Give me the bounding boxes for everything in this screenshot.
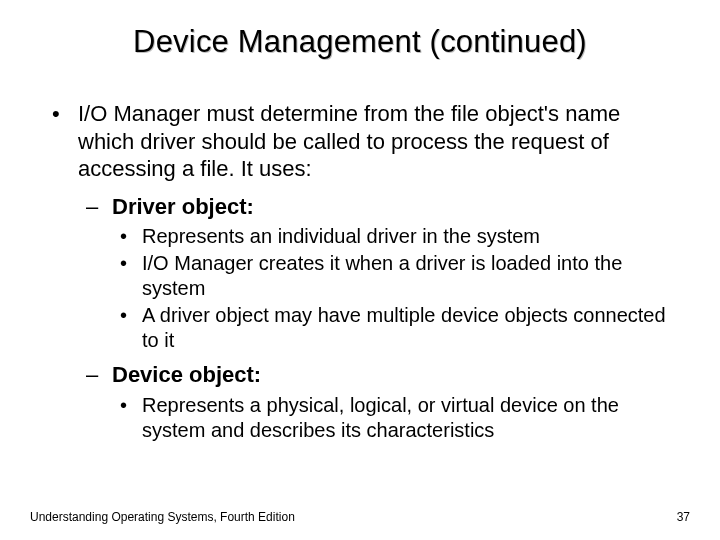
bullet-list-lvl2: Driver object: Represents an individual … — [78, 193, 672, 443]
bullet-lvl3: Represents a physical, logical, or virtu… — [112, 393, 672, 443]
bullet-lvl1-text: I/O Manager must determine from the file… — [78, 101, 620, 181]
bullet-list-lvl1: I/O Manager must determine from the file… — [48, 100, 672, 443]
bullet-lvl3: Represents an individual driver in the s… — [112, 224, 672, 249]
bullet-lvl3: I/O Manager creates it when a driver is … — [112, 251, 672, 301]
bullet-lvl1: I/O Manager must determine from the file… — [48, 100, 672, 443]
bullet-list-lvl3: Represents a physical, logical, or virtu… — [112, 393, 672, 443]
bullet-lvl2-driver: Driver object: Represents an individual … — [78, 193, 672, 354]
footer-text: Understanding Operating Systems, Fourth … — [30, 510, 295, 524]
slide-body: I/O Manager must determine from the file… — [0, 70, 720, 443]
bullet-lvl2-label: Driver object: — [112, 194, 254, 219]
slide-footer: Understanding Operating Systems, Fourth … — [30, 510, 690, 524]
bullet-lvl2-label: Device object: — [112, 362, 261, 387]
slide-title: Device Management (continued) — [0, 0, 720, 70]
bullet-lvl2-device: Device object: Represents a physical, lo… — [78, 361, 672, 443]
page-number: 37 — [677, 510, 690, 524]
bullet-lvl3: A driver object may have multiple device… — [112, 303, 672, 353]
bullet-list-lvl3: Represents an individual driver in the s… — [112, 224, 672, 353]
slide: Device Management (continued) I/O Manage… — [0, 0, 720, 540]
